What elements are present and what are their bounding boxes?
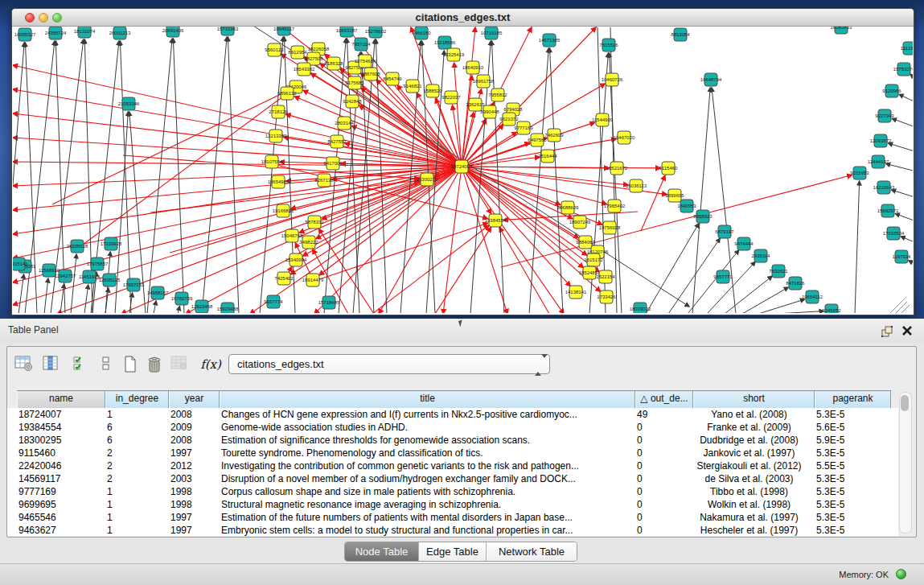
graph-node[interactable]: 19384554 (485, 214, 507, 227)
full-height-rows-icon[interactable] (96, 355, 117, 374)
graph-node[interactable]: 13325419 (443, 48, 465, 61)
graph-node[interactable]: 1733426 (597, 290, 616, 303)
graph-node[interactable]: 9657771 (713, 270, 733, 283)
graph-node[interactable]: 6466160 (412, 27, 431, 39)
graph-node[interactable]: 15751074 (893, 63, 913, 76)
graph-node[interactable]: 2718126 (269, 105, 288, 118)
graph-node[interactable]: 9777169 (514, 122, 533, 134)
graph-node[interactable]: 18640910 (462, 61, 484, 74)
tab-node-table[interactable]: Node Table (345, 542, 419, 561)
graph-node[interactable]: 9474444 (734, 237, 754, 250)
graph-node[interactable]: 10521672 (606, 162, 628, 175)
function-builder-icon[interactable]: f(x) (200, 355, 221, 374)
graph-node[interactable]: 3498222 (299, 236, 318, 249)
graph-node[interactable]: 16648794 (700, 73, 722, 86)
column-visibility-icon[interactable] (41, 355, 62, 374)
graph-node[interactable]: 2935114 (752, 249, 771, 262)
table-row[interactable]: 1456911722003Disruption of a novel membe… (7, 472, 898, 485)
table-row[interactable]: 977716911998Corpus callosum shape and si… (7, 485, 898, 498)
table-row[interactable]: 946554611997Estimation of the future num… (7, 511, 898, 524)
graph-node[interactable]: 1112358 (901, 42, 913, 55)
graph-node[interactable]: 8471826 (786, 277, 805, 290)
graph-node[interactable]: 11544909 (592, 113, 614, 126)
graph-node[interactable]: 9657774 (264, 295, 283, 308)
column-header-name[interactable]: name (17, 391, 105, 408)
graph-node[interactable]: 14671385 (539, 34, 561, 47)
graph-node[interactable]: 15923488 (217, 303, 239, 313)
network-canvas[interactable]: 1605532724355724181310742600121320691406… (13, 27, 913, 313)
table-row[interactable]: 946362711997Embryonic stem cells: a mode… (7, 524, 898, 536)
close-panel-icon[interactable] (901, 325, 913, 340)
graph-node[interactable]: 12213383 (265, 130, 287, 142)
graph-node[interactable]: 6879197 (715, 225, 734, 238)
graph-node[interactable]: 16083803 (831, 27, 852, 34)
graph-node[interactable]: 1167534 (893, 250, 912, 263)
column-header-year[interactable]: year (169, 391, 220, 408)
column-header-out_degree[interactable]: △ out_de... (635, 391, 693, 408)
graph-node[interactable]: 15278602 (365, 27, 387, 38)
graph-node[interactable]: 7632621 (769, 265, 788, 278)
vertical-scrollbar[interactable] (899, 392, 912, 534)
graph-node[interactable]: 15731963 (217, 27, 239, 35)
graph-node[interactable]: 7462609 (544, 129, 564, 142)
column-header-short[interactable]: short (693, 391, 815, 408)
graph-node[interactable]: 16467020 (614, 131, 635, 144)
delete-table-icon[interactable] (144, 355, 165, 374)
graph-node[interactable]: 9146821 (403, 80, 422, 93)
graph-node[interactable]: 8267130 (314, 174, 334, 187)
graph-node[interactable]: 16055327 (14, 28, 36, 41)
table-row[interactable]: 2242004622012Investigating the contribut… (7, 459, 898, 472)
graph-node[interactable]: 2522154 (596, 270, 615, 283)
table-settings-icon[interactable] (14, 355, 35, 374)
graph-node[interactable]: 16782759 (171, 292, 193, 305)
graph-node[interactable]: 8186328 (324, 57, 343, 70)
graph-node[interactable]: 10653287 (336, 27, 358, 37)
graph-node[interactable]: 9175685 (345, 76, 364, 89)
graph-node[interactable]: 11451914 (79, 270, 101, 283)
graph-node[interactable]: 9822037 (441, 91, 461, 104)
graph-node[interactable]: 8813054 (671, 28, 690, 41)
scrollbar-thumb[interactable] (901, 395, 909, 411)
graph-node[interactable]: 9227343 (875, 109, 894, 122)
graph-node[interactable]: 17957253 (123, 278, 145, 291)
graph-node[interactable]: 7955812 (488, 89, 507, 101)
graph-node[interactable]: 12093872 (870, 134, 892, 147)
graph-node[interactable]: 26206528 (67, 240, 88, 253)
graph-node[interactable]: 17016534 (883, 227, 905, 240)
graph-node[interactable]: 1588520 (423, 84, 442, 97)
graph-node[interactable]: 18131074 (74, 27, 96, 38)
graph-node[interactable]: 7957224 (351, 38, 371, 51)
graph-node[interactable]: 8454749 (383, 72, 402, 85)
graph-node[interactable]: 17975857 (87, 257, 109, 270)
graph-node[interactable]: 15692971 (877, 204, 899, 217)
network-table-select[interactable]: citations_edges.txt (228, 354, 550, 374)
graph-node[interactable]: 9215953 (850, 167, 869, 179)
table-row[interactable]: 911546021997Tourette syndrome. Phenomeno… (7, 447, 898, 459)
table-row[interactable]: 969969511998Structural magnetic resonanc… (7, 498, 898, 511)
graph-node[interactable]: 14138141 (565, 286, 587, 299)
graph-node[interactable]: 10654112 (802, 290, 823, 303)
table-row[interactable]: 1938455462009Genome-wide association stu… (7, 421, 898, 434)
graph-node[interactable]: 9245652 (822, 304, 841, 313)
graph-node[interactable]: 18033022 (630, 303, 651, 313)
graph-node[interactable]: 7515526 (599, 39, 618, 51)
column-header-in_degree[interactable]: in_degree (105, 391, 169, 408)
graph-node[interactable]: 9129966 (882, 84, 901, 97)
column-header-title[interactable]: title (220, 391, 635, 408)
tab-edge-table[interactable]: Edge Table (419, 542, 487, 561)
graph-node[interactable]: 24355724 (45, 27, 67, 39)
graph-node[interactable]: 19640117 (273, 27, 295, 35)
graph-node[interactable]: 17965492 (604, 200, 626, 212)
graph-node[interactable]: 10719185 (481, 27, 503, 39)
row-selection-icon[interactable] (70, 355, 91, 374)
graph-node[interactable]: 20691406 (162, 27, 184, 37)
graph-node[interactable]: 26001213 (109, 27, 131, 39)
tab-network-table[interactable]: Network Table (487, 542, 577, 561)
column-header-pagerank[interactable]: pagerank (815, 391, 891, 408)
table-row[interactable]: 1872400712008Changes of HCN gene express… (7, 408, 898, 421)
window-titlebar[interactable]: citations_edges.txt (12, 9, 914, 27)
graph-node[interactable]: 14958167 (147, 286, 169, 299)
table-row[interactable]: 1830029562008Estimation of significance … (7, 434, 898, 447)
graph-node[interactable]: 16961758 (473, 75, 495, 88)
float-panel-icon[interactable] (881, 325, 893, 341)
